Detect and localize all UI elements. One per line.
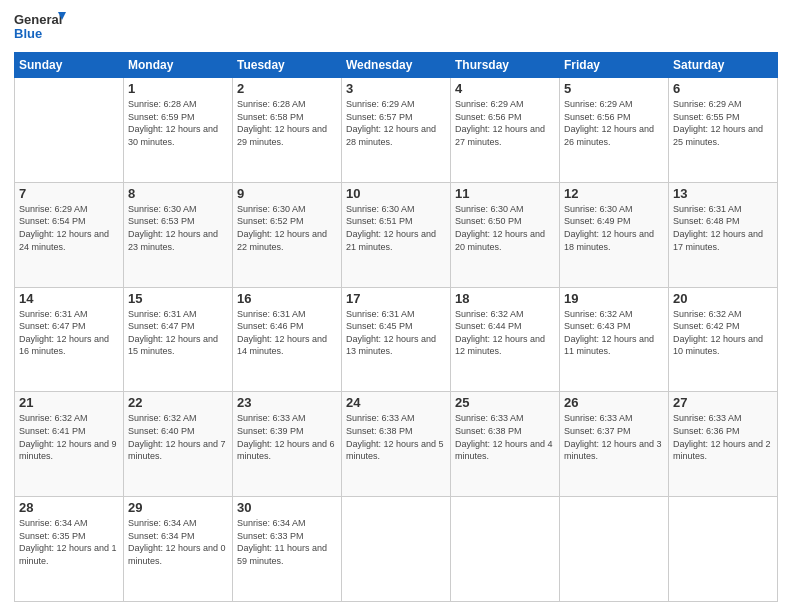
day-cell — [15, 78, 124, 183]
day-info: Sunrise: 6:32 AMSunset: 6:41 PMDaylight:… — [19, 412, 119, 462]
day-info: Sunrise: 6:30 AMSunset: 6:49 PMDaylight:… — [564, 203, 664, 253]
day-cell: 3Sunrise: 6:29 AMSunset: 6:57 PMDaylight… — [342, 78, 451, 183]
day-info: Sunrise: 6:33 AMSunset: 6:39 PMDaylight:… — [237, 412, 337, 462]
logo: General Blue — [14, 10, 66, 46]
header-day-saturday: Saturday — [669, 53, 778, 78]
day-number: 30 — [237, 500, 337, 515]
week-row-0: 1Sunrise: 6:28 AMSunset: 6:59 PMDaylight… — [15, 78, 778, 183]
day-number: 16 — [237, 291, 337, 306]
header-row: SundayMondayTuesdayWednesdayThursdayFrid… — [15, 53, 778, 78]
day-number: 29 — [128, 500, 228, 515]
day-info: Sunrise: 6:30 AMSunset: 6:50 PMDaylight:… — [455, 203, 555, 253]
day-cell: 8Sunrise: 6:30 AMSunset: 6:53 PMDaylight… — [124, 182, 233, 287]
day-cell — [560, 497, 669, 602]
day-info: Sunrise: 6:33 AMSunset: 6:38 PMDaylight:… — [455, 412, 555, 462]
day-cell: 16Sunrise: 6:31 AMSunset: 6:46 PMDayligh… — [233, 287, 342, 392]
day-cell: 13Sunrise: 6:31 AMSunset: 6:48 PMDayligh… — [669, 182, 778, 287]
header-day-thursday: Thursday — [451, 53, 560, 78]
day-number: 6 — [673, 81, 773, 96]
day-number: 8 — [128, 186, 228, 201]
day-number: 13 — [673, 186, 773, 201]
day-number: 12 — [564, 186, 664, 201]
day-number: 22 — [128, 395, 228, 410]
day-info: Sunrise: 6:31 AMSunset: 6:45 PMDaylight:… — [346, 308, 446, 358]
day-number: 4 — [455, 81, 555, 96]
day-cell: 14Sunrise: 6:31 AMSunset: 6:47 PMDayligh… — [15, 287, 124, 392]
day-cell: 4Sunrise: 6:29 AMSunset: 6:56 PMDaylight… — [451, 78, 560, 183]
day-cell: 25Sunrise: 6:33 AMSunset: 6:38 PMDayligh… — [451, 392, 560, 497]
day-info: Sunrise: 6:32 AMSunset: 6:42 PMDaylight:… — [673, 308, 773, 358]
calendar-header: SundayMondayTuesdayWednesdayThursdayFrid… — [15, 53, 778, 78]
day-info: Sunrise: 6:34 AMSunset: 6:35 PMDaylight:… — [19, 517, 119, 567]
day-cell: 11Sunrise: 6:30 AMSunset: 6:50 PMDayligh… — [451, 182, 560, 287]
day-cell: 24Sunrise: 6:33 AMSunset: 6:38 PMDayligh… — [342, 392, 451, 497]
day-info: Sunrise: 6:29 AMSunset: 6:55 PMDaylight:… — [673, 98, 773, 148]
day-number: 18 — [455, 291, 555, 306]
day-number: 28 — [19, 500, 119, 515]
day-cell: 17Sunrise: 6:31 AMSunset: 6:45 PMDayligh… — [342, 287, 451, 392]
day-info: Sunrise: 6:31 AMSunset: 6:47 PMDaylight:… — [128, 308, 228, 358]
day-info: Sunrise: 6:32 AMSunset: 6:40 PMDaylight:… — [128, 412, 228, 462]
day-cell: 12Sunrise: 6:30 AMSunset: 6:49 PMDayligh… — [560, 182, 669, 287]
day-number: 24 — [346, 395, 446, 410]
day-info: Sunrise: 6:34 AMSunset: 6:34 PMDaylight:… — [128, 517, 228, 567]
day-number: 10 — [346, 186, 446, 201]
day-number: 11 — [455, 186, 555, 201]
day-info: Sunrise: 6:32 AMSunset: 6:44 PMDaylight:… — [455, 308, 555, 358]
day-number: 17 — [346, 291, 446, 306]
day-cell: 1Sunrise: 6:28 AMSunset: 6:59 PMDaylight… — [124, 78, 233, 183]
day-number: 14 — [19, 291, 119, 306]
calendar-table: SundayMondayTuesdayWednesdayThursdayFrid… — [14, 52, 778, 602]
day-number: 27 — [673, 395, 773, 410]
day-info: Sunrise: 6:30 AMSunset: 6:51 PMDaylight:… — [346, 203, 446, 253]
day-number: 1 — [128, 81, 228, 96]
day-cell: 2Sunrise: 6:28 AMSunset: 6:58 PMDaylight… — [233, 78, 342, 183]
day-info: Sunrise: 6:32 AMSunset: 6:43 PMDaylight:… — [564, 308, 664, 358]
header-day-tuesday: Tuesday — [233, 53, 342, 78]
day-number: 15 — [128, 291, 228, 306]
day-cell: 7Sunrise: 6:29 AMSunset: 6:54 PMDaylight… — [15, 182, 124, 287]
day-info: Sunrise: 6:30 AMSunset: 6:53 PMDaylight:… — [128, 203, 228, 253]
day-info: Sunrise: 6:33 AMSunset: 6:36 PMDaylight:… — [673, 412, 773, 462]
day-number: 20 — [673, 291, 773, 306]
svg-text:General: General — [14, 12, 62, 27]
day-cell: 9Sunrise: 6:30 AMSunset: 6:52 PMDaylight… — [233, 182, 342, 287]
day-number: 5 — [564, 81, 664, 96]
day-cell — [342, 497, 451, 602]
day-cell — [451, 497, 560, 602]
day-info: Sunrise: 6:31 AMSunset: 6:48 PMDaylight:… — [673, 203, 773, 253]
day-info: Sunrise: 6:29 AMSunset: 6:56 PMDaylight:… — [455, 98, 555, 148]
day-info: Sunrise: 6:30 AMSunset: 6:52 PMDaylight:… — [237, 203, 337, 253]
day-number: 25 — [455, 395, 555, 410]
day-number: 9 — [237, 186, 337, 201]
day-cell: 26Sunrise: 6:33 AMSunset: 6:37 PMDayligh… — [560, 392, 669, 497]
day-cell: 21Sunrise: 6:32 AMSunset: 6:41 PMDayligh… — [15, 392, 124, 497]
header-day-wednesday: Wednesday — [342, 53, 451, 78]
day-info: Sunrise: 6:33 AMSunset: 6:38 PMDaylight:… — [346, 412, 446, 462]
page: General Blue SundayMondayTuesdayWednesda… — [0, 0, 792, 612]
day-number: 3 — [346, 81, 446, 96]
day-cell: 27Sunrise: 6:33 AMSunset: 6:36 PMDayligh… — [669, 392, 778, 497]
day-number: 7 — [19, 186, 119, 201]
day-info: Sunrise: 6:29 AMSunset: 6:56 PMDaylight:… — [564, 98, 664, 148]
calendar-body: 1Sunrise: 6:28 AMSunset: 6:59 PMDaylight… — [15, 78, 778, 602]
day-cell: 20Sunrise: 6:32 AMSunset: 6:42 PMDayligh… — [669, 287, 778, 392]
day-cell: 22Sunrise: 6:32 AMSunset: 6:40 PMDayligh… — [124, 392, 233, 497]
header: General Blue — [14, 10, 778, 46]
day-info: Sunrise: 6:29 AMSunset: 6:57 PMDaylight:… — [346, 98, 446, 148]
day-info: Sunrise: 6:28 AMSunset: 6:59 PMDaylight:… — [128, 98, 228, 148]
day-cell: 23Sunrise: 6:33 AMSunset: 6:39 PMDayligh… — [233, 392, 342, 497]
svg-text:Blue: Blue — [14, 26, 42, 41]
week-row-4: 28Sunrise: 6:34 AMSunset: 6:35 PMDayligh… — [15, 497, 778, 602]
day-info: Sunrise: 6:28 AMSunset: 6:58 PMDaylight:… — [237, 98, 337, 148]
day-number: 2 — [237, 81, 337, 96]
day-cell: 19Sunrise: 6:32 AMSunset: 6:43 PMDayligh… — [560, 287, 669, 392]
day-cell — [669, 497, 778, 602]
day-number: 23 — [237, 395, 337, 410]
day-info: Sunrise: 6:31 AMSunset: 6:46 PMDaylight:… — [237, 308, 337, 358]
day-number: 19 — [564, 291, 664, 306]
week-row-3: 21Sunrise: 6:32 AMSunset: 6:41 PMDayligh… — [15, 392, 778, 497]
day-cell: 5Sunrise: 6:29 AMSunset: 6:56 PMDaylight… — [560, 78, 669, 183]
day-cell: 6Sunrise: 6:29 AMSunset: 6:55 PMDaylight… — [669, 78, 778, 183]
day-cell: 10Sunrise: 6:30 AMSunset: 6:51 PMDayligh… — [342, 182, 451, 287]
